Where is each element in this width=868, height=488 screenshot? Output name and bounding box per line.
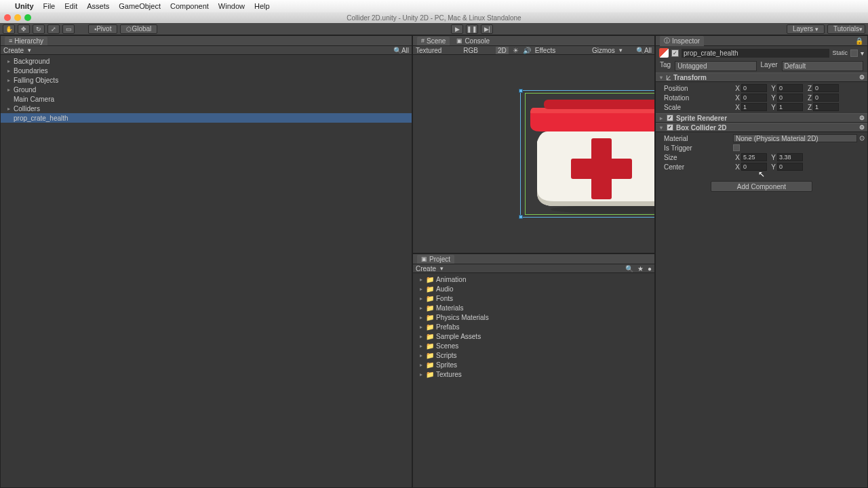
menu-help[interactable]: Help: [254, 2, 270, 10]
center-x[interactable]: [741, 163, 767, 171]
audio-icon[interactable]: 🔊: [523, 47, 531, 54]
boxcollider-header[interactable]: ▾✓ Box Collider 2D ⚙: [656, 123, 867, 132]
menu-edit[interactable]: Edit: [64, 2, 77, 10]
tree-item[interactable]: Main Camera: [1, 94, 412, 104]
collider-enabled-checkbox[interactable]: ✓: [667, 124, 673, 131]
hand-tool-icon[interactable]: ✋: [3, 24, 15, 34]
menu-component[interactable]: Component: [170, 2, 209, 10]
search-scene[interactable]: 🔍All: [636, 47, 652, 54]
hierarchy-panel: ≡ Hierarchy Create▾ 🔍All ▸Background ▸Bo…: [0, 35, 412, 488]
move-tool-icon[interactable]: ✥: [18, 24, 30, 34]
mac-menubar[interactable]: Unity File Edit Assets GameObject Compon…: [0, 0, 868, 12]
trigger-checkbox[interactable]: [733, 144, 740, 151]
tree-item[interactable]: ▸Background: [1, 56, 412, 66]
hierarchy-tab[interactable]: ≡ Hierarchy: [5, 37, 47, 45]
gear-icon[interactable]: ⚙: [859, 115, 865, 121]
light-icon[interactable]: ☀: [513, 47, 519, 54]
project-search[interactable]: 🔍: [625, 265, 633, 272]
transform-header[interactable]: ▾⟀ Transform ⚙: [656, 73, 867, 82]
project-tree[interactable]: ▸📁 Animation ▸📁 Audio ▸📁 Fonts ▸📁 Materi…: [413, 273, 654, 487]
menu-assets[interactable]: Assets: [87, 2, 109, 10]
folder-item[interactable]: ▸📁 Prefabs: [413, 322, 654, 331]
tree-item[interactable]: ▸Colliders: [1, 104, 412, 113]
object-picker-icon[interactable]: ⊙: [859, 134, 865, 142]
scale-tool-icon[interactable]: ⤢: [47, 24, 60, 34]
active-checkbox[interactable]: ✓: [671, 49, 679, 57]
tree-item[interactable]: ▸Ground: [1, 85, 412, 94]
scene-tab[interactable]: # Scene: [417, 37, 450, 45]
pos-y[interactable]: [777, 84, 803, 92]
gear-icon[interactable]: ⚙: [859, 124, 865, 131]
filter-icon[interactable]: ★: [637, 265, 644, 272]
folder-item[interactable]: ▸📁 Sprites: [413, 360, 654, 369]
menu-file[interactable]: File: [43, 2, 56, 10]
size-x[interactable]: [741, 153, 767, 161]
hierarchy-create[interactable]: Create: [3, 47, 24, 54]
folder-item[interactable]: ▸📁 Fonts: [413, 293, 654, 303]
tree-item[interactable]: ▸Boundaries: [1, 66, 412, 75]
pos-x[interactable]: [741, 84, 767, 92]
gizmos-dropdown[interactable]: Gizmos: [592, 47, 615, 54]
scene-view[interactable]: [413, 55, 654, 253]
play-icon[interactable]: ▶: [451, 24, 463, 34]
close-icon[interactable]: [4, 14, 11, 21]
folder-item[interactable]: ▸📁 Scripts: [413, 350, 654, 360]
minimize-icon[interactable]: [14, 14, 21, 21]
gear-icon[interactable]: ⚙: [859, 74, 865, 81]
2d-toggle[interactable]: 2D: [496, 47, 509, 54]
tree-item-selected[interactable]: prop_crate_health: [1, 113, 412, 123]
gameobject-name-field[interactable]: prop_crate_health: [682, 49, 829, 58]
size-y[interactable]: [777, 153, 803, 161]
add-component-button[interactable]: Add Component: [711, 181, 812, 192]
folder-item[interactable]: ▸📁 Materials: [413, 303, 654, 312]
handle-tl[interactable]: [519, 89, 523, 93]
center-y[interactable]: [777, 163, 803, 171]
folder-item[interactable]: ▸📁 Animation: [413, 274, 654, 284]
rect-tool-icon[interactable]: ▭: [62, 24, 75, 34]
sprite-enabled-checkbox[interactable]: ✓: [667, 115, 673, 121]
rgb-dropdown[interactable]: RGB: [463, 47, 478, 54]
step-icon[interactable]: ▶|: [481, 24, 493, 34]
hierarchy-search[interactable]: 🔍All: [393, 47, 409, 54]
material-field[interactable]: None (Physics Material 2D): [733, 134, 857, 142]
menu-app[interactable]: Unity: [15, 2, 34, 10]
project-tab[interactable]: ▣ Project: [417, 255, 454, 264]
console-tab[interactable]: ▣ Console: [456, 37, 490, 45]
folder-item[interactable]: ▸📁 Physics Materials: [413, 312, 654, 322]
pos-z[interactable]: [813, 84, 839, 92]
scl-y[interactable]: [777, 103, 803, 111]
layout-dropdown[interactable]: Tutorials▾: [827, 24, 865, 34]
window-titlebar: Collider 2D.unity - Unity 2D - PC, Mac &…: [0, 12, 868, 23]
rotate-tool-icon[interactable]: ↻: [33, 24, 45, 34]
rot-y[interactable]: [777, 94, 803, 102]
sprite-renderer-header[interactable]: ▸✓ Sprite Renderer ⚙: [656, 113, 867, 123]
menu-gameobject[interactable]: GameObject: [119, 2, 161, 10]
render-mode-dropdown[interactable]: Textured: [416, 47, 441, 54]
zoom-icon[interactable]: [24, 14, 31, 21]
tag-dropdown[interactable]: Untagged: [675, 61, 756, 71]
menu-window[interactable]: Window: [218, 2, 245, 10]
filter2-icon[interactable]: ●: [648, 265, 652, 272]
rot-z[interactable]: [813, 94, 839, 102]
layer-dropdown[interactable]: Default: [782, 61, 863, 71]
rot-x[interactable]: [741, 94, 767, 102]
static-checkbox[interactable]: [850, 49, 858, 57]
pause-icon[interactable]: ❚❚: [466, 24, 478, 34]
handle-bl[interactable]: [519, 215, 523, 219]
folder-item[interactable]: ▸📁 Sample Assets: [413, 331, 654, 341]
global-toggle[interactable]: ⬡ Global: [120, 24, 157, 34]
layers-dropdown[interactable]: Layers▾: [787, 24, 825, 34]
project-create[interactable]: Create: [416, 265, 436, 272]
effects-dropdown[interactable]: Effects: [535, 47, 555, 54]
scl-x[interactable]: [741, 103, 767, 111]
folder-item[interactable]: ▸📁 Textures: [413, 369, 654, 379]
inspector-tab[interactable]: ⓘ Inspector: [660, 36, 704, 46]
tree-item[interactable]: ▸Falling Objects: [1, 75, 412, 85]
hierarchy-tree[interactable]: ▸Background ▸Boundaries ▸Falling Objects…: [1, 55, 412, 487]
scl-z[interactable]: [813, 103, 839, 111]
pivot-toggle[interactable]: ▪ Pivot: [88, 24, 117, 34]
folder-item[interactable]: ▸📁 Audio: [413, 284, 654, 293]
folder-item[interactable]: ▸📁 Scenes: [413, 341, 654, 350]
lock-icon[interactable]: 🔒: [855, 37, 863, 45]
transform-icon: ⟀: [667, 74, 671, 81]
